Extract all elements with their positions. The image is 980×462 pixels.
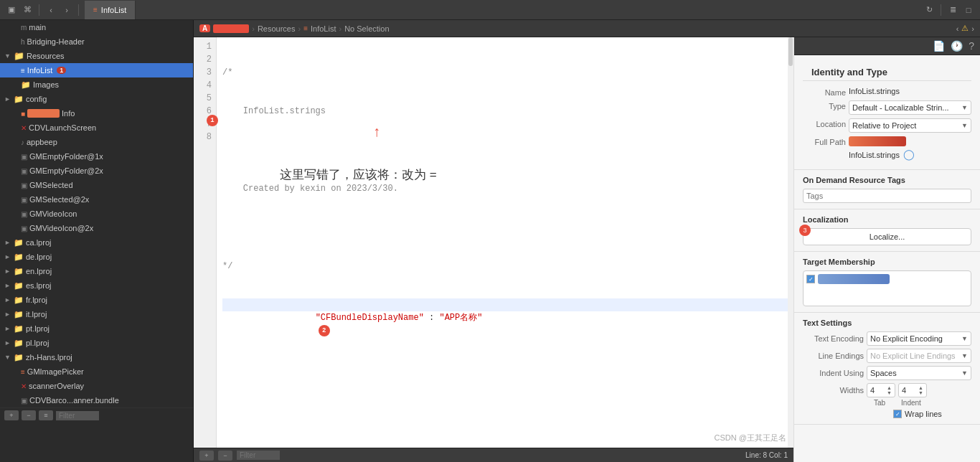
sidebar-item-redacted-info[interactable]: ■ Info <box>0 106 193 121</box>
breadcrumb-sep-3: › <box>339 24 341 33</box>
sidebar-minus-btn[interactable]: − <box>22 410 36 420</box>
tab-width-input[interactable]: 4 ▲▼ <box>867 383 895 397</box>
sidebar-item-pl[interactable]: ► 📁 pl.lproj <box>0 336 193 350</box>
sidebar-item-es[interactable]: ► 📁 es.lproj <box>0 278 193 293</box>
sidebar-item-fr[interactable]: ► 📁 fr.lproj <box>0 293 193 307</box>
scrollbar-thumb[interactable] <box>788 37 793 66</box>
sidebar-config-label: config <box>26 95 47 103</box>
code-line-5 <box>222 221 788 234</box>
rp-question-icon[interactable]: ? <box>969 40 974 52</box>
infolist-tab[interactable]: ≡ InfoList <box>85 1 136 19</box>
code-editor[interactable]: 1 2 3 4 5 6 7 8 /* <box>194 37 793 448</box>
indent-using-select[interactable]: Spaces ▼ <box>867 366 971 380</box>
toolbar-refresh-icon[interactable]: ↻ <box>923 4 935 16</box>
toolbar-forward-icon[interactable]: › <box>61 4 72 16</box>
sidebar-img6-icon: ▣ <box>21 225 27 232</box>
sidebar-item-it[interactable]: ► 📁 it.lproj <box>0 307 193 321</box>
sidebar-item-cdvbarc[interactable]: ▣ CDVBarco...anner.bundle <box>0 393 193 407</box>
breadcrumb-nav-right[interactable]: › <box>971 24 974 33</box>
sidebar-gmvideo2x-label: GMVideoIcon@2x <box>29 224 93 232</box>
type-select[interactable]: Default - Localizable Strin... ▼ <box>849 100 971 115</box>
badge-3: 3 <box>799 225 811 236</box>
sidebar-folder-fr-icon: 📁 <box>14 296 24 305</box>
expand-resources-arrow: ▼ <box>4 52 11 60</box>
toolbar-expand-icon[interactable]: □ <box>963 4 974 16</box>
sidebar-img4-icon: ▣ <box>21 196 27 204</box>
wrap-lines-label: Wrap lines <box>905 410 942 418</box>
location-select[interactable]: Relative to Project ▼ <box>849 118 971 133</box>
status-left: + − <box>199 451 280 461</box>
text-encoding-select[interactable]: No Explicit Encoding ▼ <box>867 331 971 346</box>
sidebar-item-cdvlaunch[interactable]: ✕ CDVLaunchScreen <box>0 121 193 135</box>
breadcrumb-sep-2: › <box>298 24 301 33</box>
wrap-lines-checkbox[interactable]: ✓ <box>893 410 902 418</box>
breadcrumb-nav-left[interactable]: ‹ <box>956 24 959 33</box>
on-demand-section: On Demand Resource Tags <box>794 170 980 209</box>
sidebar-fr-label: fr.lproj <box>26 296 47 304</box>
sidebar-item-ca[interactable]: ► 📁 ca.lproj <box>0 235 193 250</box>
sidebar-item-appbeep[interactable]: ♪ appbeep <box>0 135 193 149</box>
line-endings-label: Line Endings <box>803 352 864 360</box>
toolbar-square-icon[interactable]: ▣ <box>6 4 17 16</box>
line-col-indicator: Line: 8 Col: 1 <box>745 451 788 459</box>
target-membership-section: Target Membership ✓ <box>794 252 980 313</box>
full-path-blur <box>849 136 906 146</box>
toolbar-sep-1 <box>39 4 39 16</box>
sidebar-item-pt[interactable]: ► 📁 pt.lproj <box>0 321 193 336</box>
indent-using-arrow: ▼ <box>961 369 968 377</box>
status-filter-input[interactable] <box>237 451 280 460</box>
sidebar-folder-zh-icon: 📁 <box>14 353 24 362</box>
sidebar-item-scanneroverlay[interactable]: ✕ scannerOverlay <box>0 379 193 393</box>
sidebar-item-gmempty1x[interactable]: ▣ GMEmptyFolder@1x <box>0 149 193 164</box>
sidebar-item-infolist[interactable]: ≡ InfoList 1 <box>0 63 193 77</box>
code-content: 1 2 3 4 5 6 7 8 /* <box>194 37 793 448</box>
sidebar-item-config[interactable]: ► 📁 config <box>0 92 193 106</box>
sidebar-folder-pt-icon: 📁 <box>14 324 24 334</box>
localize-button[interactable]: 3 Localize... <box>803 228 971 245</box>
sidebar-item-gmimagepicker[interactable]: ≡ GMImagePicker <box>0 364 193 379</box>
sidebar-item-gmvideo2x[interactable]: ▣ GMVideoIcon@2x <box>0 221 193 235</box>
sidebar-item-en[interactable]: ► 📁 en.lproj <box>0 264 193 278</box>
sidebar-img5-icon: ▣ <box>21 210 27 218</box>
sidebar-item-gmselected2x[interactable]: ▣ GMSelected@2x <box>0 192 193 207</box>
status-add-btn[interactable]: + <box>199 451 214 461</box>
tab-width-stepper[interactable]: ▲▼ <box>887 385 892 395</box>
status-minus-btn[interactable]: − <box>218 451 232 461</box>
full-path-add-icon[interactable]: ◯ <box>903 148 915 160</box>
indent-width-value: 4 <box>902 386 906 395</box>
indent-width-input[interactable]: 4 ▲▼ <box>898 383 927 397</box>
line-endings-select[interactable]: No Explicit Line Endings ▼ <box>867 349 971 363</box>
text-encoding-row: Text Encoding No Explicit Encoding ▼ <box>803 331 971 346</box>
sidebar-item-de[interactable]: ► 📁 de.lproj <box>0 250 193 264</box>
sidebar-filter-input[interactable] <box>56 411 99 420</box>
toolbar-back-icon[interactable]: ‹ <box>45 4 57 16</box>
sidebar-add-btn[interactable]: + <box>4 410 19 420</box>
editor-scrollbar[interactable] <box>788 37 793 448</box>
breadcrumb-infolist-label: InfoList <box>311 24 336 33</box>
sidebar-sort-btn[interactable]: ≡ <box>39 410 53 420</box>
rp-file-icon[interactable]: 📄 <box>933 40 945 52</box>
sidebar-item-images[interactable]: 📁 Images <box>0 77 193 92</box>
tags-input[interactable] <box>803 189 971 203</box>
code-line-1: /* <box>222 66 788 79</box>
sidebar-item-bridging[interactable]: h Bridging-Header <box>0 34 193 49</box>
line-num-8: 8 <box>198 131 212 143</box>
toolbar-grid-icon[interactable]: ⌘ <box>22 4 33 16</box>
sidebar-item-main[interactable]: m main <box>0 20 193 34</box>
sidebar-item-gmempty2x[interactable]: ▣ GMEmptyFolder@2x <box>0 164 193 178</box>
sidebar-item-gmvideo[interactable]: ▣ GMVideoIcon <box>0 207 193 221</box>
toolbar-columns-icon[interactable]: ≣ <box>947 4 958 16</box>
location-select-arrow: ▼ <box>961 122 968 129</box>
sidebar-item-gmselected[interactable]: ▣ GMSelected <box>0 178 193 192</box>
sidebar-item-zh-hans[interactable]: ▼ 📁 zh-Hans.lproj <box>0 350 193 364</box>
indent-width-stepper[interactable]: ▲▼ <box>918 385 923 395</box>
breadcrumb-resources-label: Resources <box>258 24 296 33</box>
sidebar-gmselected-label: GMSelected <box>29 181 73 189</box>
target-checkbox-1[interactable]: ✓ <box>806 275 815 283</box>
sidebar-item-resources[interactable]: ▼ 📁 Resources <box>0 49 193 63</box>
sidebar-en-label: en.lproj <box>26 267 52 275</box>
toolbar-sep-2 <box>78 4 79 16</box>
sidebar-folder-ca-icon: 📁 <box>14 238 24 248</box>
rp-clock-icon[interactable]: 🕐 <box>951 40 963 52</box>
badge-1-container: 1 <box>207 115 218 126</box>
